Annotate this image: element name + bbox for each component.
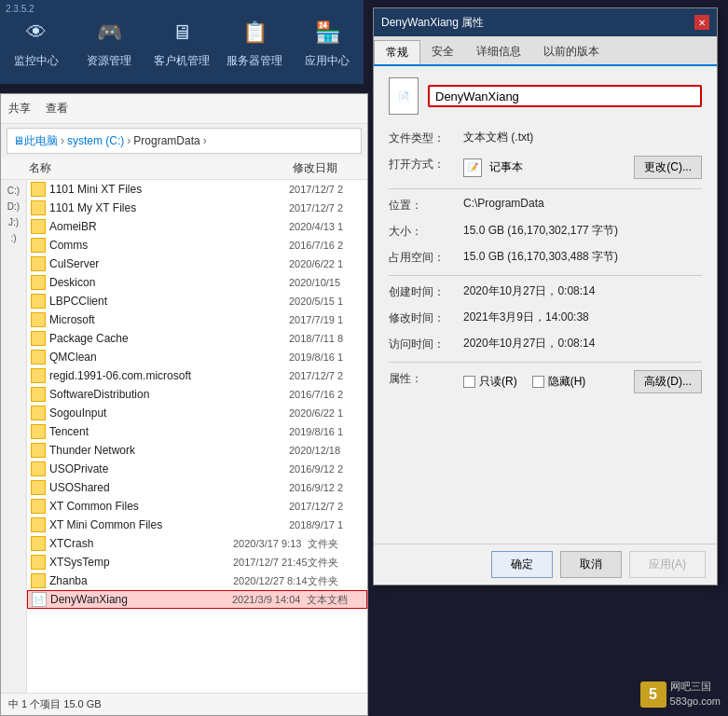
file-row[interactable]: XT Common Files2017/12/7 2: [27, 497, 367, 516]
file-row[interactable]: SoftwareDistribution2016/7/16 2: [27, 385, 367, 404]
divider-3: [389, 362, 702, 363]
tab-details[interactable]: 详细信息: [465, 40, 532, 64]
apply-button[interactable]: 应用(A): [629, 551, 706, 578]
tab-security[interactable]: 安全: [420, 40, 465, 64]
file-row[interactable]: SogouInput2020/6/22 1: [27, 404, 367, 422]
folder-icon: [31, 200, 46, 215]
file-name: Zhanba: [49, 574, 233, 587]
folder-icon: [31, 517, 46, 532]
tab-previous-versions[interactable]: 以前的版本: [532, 40, 611, 64]
created-label: 创建时间：: [389, 283, 463, 300]
file-row[interactable]: 1101 My XT Files2017/12/7 2: [27, 199, 367, 217]
breadcrumb-part3[interactable]: ProgramData: [133, 134, 199, 147]
col-date-header[interactable]: 修改日期: [293, 160, 367, 176]
file-type: 文件夹: [308, 556, 364, 570]
prop-row-sizeondisk: 占用空间： 15.0 GB (16,170,303,488 字节): [389, 249, 702, 266]
file-date: 2020/3/17 9:13: [233, 538, 308, 549]
toolbar-share[interactable]: 共享: [8, 101, 31, 117]
filetype-label: 文件类型：: [389, 130, 463, 146]
nav-item-server[interactable]: 📋 服务器管理: [222, 16, 287, 69]
prop-row-openwith: 打开方式： 📝 记事本 更改(C)...: [389, 156, 702, 179]
sidebar-drive-c[interactable]: C:): [7, 184, 20, 198]
folder-icon: [31, 294, 46, 309]
file-row[interactable]: 📄DenyWanXiang2021/3/9 14:04文本文档: [27, 590, 367, 609]
breadcrumb[interactable]: 🖥 此电脑 › system (C:) › ProgramData ›: [7, 128, 362, 154]
file-date: 2020/12/27 8:14: [233, 575, 308, 586]
file-big-icon: 📄: [389, 77, 419, 115]
file-row[interactable]: Tencent2019/8/16 1: [27, 422, 367, 441]
toolbar-view[interactable]: 查看: [46, 101, 68, 117]
file-row[interactable]: AomeiBR2020/4/13 1: [27, 217, 367, 236]
folder-icon: [31, 350, 46, 365]
file-row[interactable]: LBPCClient2020/5/15 1: [27, 292, 367, 310]
file-row[interactable]: XTSysTemp2017/12/7 21:45文件夹: [27, 553, 367, 571]
dialog-footer: 确定 取消 应用(A): [374, 544, 717, 585]
file-name: Package Cache: [49, 332, 289, 345]
sidebar-drive-d[interactable]: D:): [7, 200, 20, 213]
ok-button[interactable]: 确定: [491, 551, 553, 578]
file-date: 2017/12/7 2: [289, 501, 364, 512]
file-date: 2021/3/9 14:04: [232, 594, 307, 605]
statusbar-text: 中 1 个项目 15.0 GB: [8, 697, 102, 711]
attr-readonly[interactable]: 只读(R): [463, 374, 517, 390]
file-row[interactable]: Microsoft2017/7/19 1: [27, 310, 367, 329]
readonly-checkbox[interactable]: [463, 376, 475, 388]
file-row[interactable]: Thunder Network2020/12/18: [27, 441, 367, 460]
prop-row-size: 大小： 15.0 GB (16,170,302,177 字节): [389, 223, 702, 240]
file-row[interactable]: QMClean2019/8/16 1: [27, 348, 367, 366]
file-row[interactable]: USOPrivate2016/9/12 2: [27, 460, 367, 478]
file-name: DenyWanXiang: [50, 593, 232, 606]
advanced-button[interactable]: 高级(D)...: [634, 370, 702, 393]
file-row[interactable]: XTCrash2020/3/17 9:13文件夹: [27, 534, 367, 553]
file-name: 1101 My XT Files: [49, 201, 289, 214]
file-row[interactable]: 1101 Mini XT Files2017/12/7 2: [27, 180, 367, 199]
app-icon: 🏪: [310, 16, 344, 49]
nav-label-app: 应用中心: [305, 53, 350, 69]
modified-label: 修改时间：: [389, 310, 463, 326]
file-date: 2020/6/22 1: [289, 258, 364, 269]
file-name: Tencent: [49, 425, 289, 438]
notepad-icon: 📝: [463, 158, 482, 177]
attr-hidden[interactable]: 隐藏(H): [532, 374, 586, 390]
file-name: Comms: [49, 239, 289, 252]
file-name: CulServer: [49, 257, 289, 270]
file-row[interactable]: Zhanba2020/12/27 8:14文件夹: [27, 571, 367, 590]
hidden-checkbox[interactable]: [532, 376, 544, 388]
breadcrumb-part1[interactable]: 此电脑: [24, 133, 58, 149]
filename-input[interactable]: [428, 85, 702, 107]
change-button[interactable]: 更改(C)...: [634, 156, 702, 179]
file-name: Microsoft: [49, 313, 289, 326]
explorer-statusbar: 中 1 个项目 15.0 GB: [1, 693, 367, 715]
file-row[interactable]: Deskicon2020/10/15: [27, 273, 367, 292]
file-date: 2018/9/17 1: [289, 519, 364, 530]
file-row[interactable]: regid.1991-06.com.microsoft2017/12/7 2: [27, 366, 367, 385]
file-row[interactable]: XT Mini Common Files2018/9/17 1: [27, 516, 367, 534]
file-row[interactable]: CulServer2020/6/22 1: [27, 255, 367, 273]
cancel-button[interactable]: 取消: [560, 551, 622, 578]
explorer-body: C:) D:) J:) :) 1101 Mini XT Files2017/12…: [1, 180, 367, 693]
divider-2: [389, 275, 702, 276]
tab-general[interactable]: 常规: [374, 40, 420, 64]
accessed-label: 访问时间：: [389, 336, 463, 352]
file-row[interactable]: USOShared2016/9/12 2: [27, 478, 367, 497]
version-label: 2.3.5.2: [6, 4, 34, 14]
file-row[interactable]: Comms2016/7/16 2: [27, 236, 367, 255]
nav-item-client[interactable]: 🖥 客户机管理: [149, 16, 214, 69]
col-name-header[interactable]: 名称: [1, 160, 293, 176]
explorer-file-list[interactable]: 1101 Mini XT Files2017/12/7 21101 My XT …: [27, 180, 367, 693]
file-row[interactable]: Package Cache2018/7/11 8: [27, 329, 367, 348]
breadcrumb-part2[interactable]: system (C:): [67, 134, 124, 147]
nav-item-app[interactable]: 🏪 应用中心: [295, 16, 360, 69]
sidebar-drive-other[interactable]: :): [10, 231, 16, 245]
sidebar-drive-j[interactable]: J:): [8, 215, 19, 229]
created-value: 2020年10月27日，0:08:14: [463, 283, 702, 299]
file-date: 2016/7/16 2: [289, 389, 364, 400]
file-name: USOPrivate: [49, 462, 289, 475]
folder-icon: [31, 256, 46, 271]
attrs-label: 属性：: [389, 370, 463, 387]
file-name: Thunder Network: [49, 444, 289, 457]
explorer-window: 共享 查看 🖥 此电脑 › system (C:) › ProgramData …: [0, 93, 368, 716]
nav-item-monitor[interactable]: 👁 监控中心: [4, 16, 69, 69]
dialog-close-button[interactable]: ✕: [694, 15, 709, 30]
nav-item-resource[interactable]: 🎮 资源管理: [76, 16, 142, 69]
